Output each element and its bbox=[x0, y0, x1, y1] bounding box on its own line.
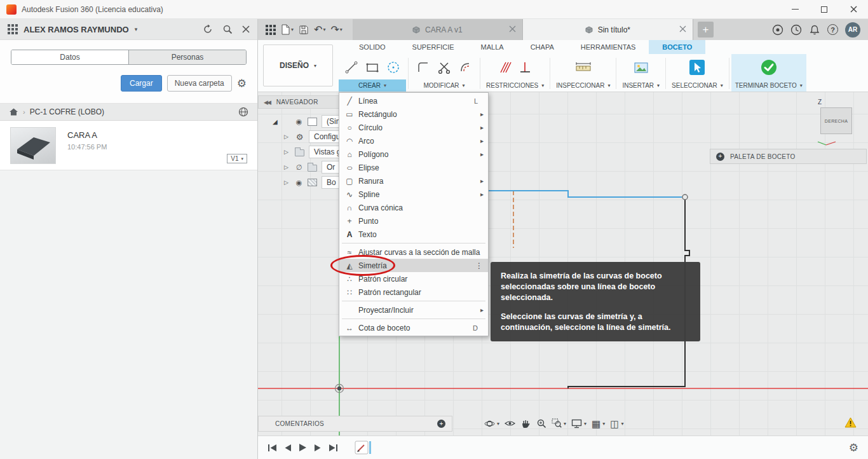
menu-item[interactable]: Polígono bbox=[339, 147, 488, 161]
visibility-eye-icon[interactable] bbox=[295, 118, 303, 126]
doc-tab-cara-a[interactable]: CARA A v1 bbox=[353, 19, 523, 40]
maximize-button[interactable] bbox=[810, 0, 839, 18]
menu-item[interactable]: Arco bbox=[339, 134, 488, 147]
file-thumbnail[interactable] bbox=[10, 127, 56, 164]
inspeccionar-dropdown[interactable]: INSPECCIONAR▾ bbox=[552, 79, 614, 92]
user-menu[interactable]: ALEX RAMOS RAYMUNDO bbox=[24, 25, 129, 34]
home-icon[interactable] bbox=[9, 107, 18, 116]
viewcube[interactable]: Z DERECHA bbox=[816, 99, 858, 147]
close-button[interactable] bbox=[839, 0, 868, 18]
expand-arrow-icon[interactable] bbox=[284, 179, 290, 186]
menu-item[interactable]: Elipse bbox=[339, 161, 488, 174]
new-tab-button[interactable]: + bbox=[698, 22, 714, 38]
menu-item[interactable]: Texto bbox=[339, 228, 488, 241]
viewports-icon[interactable]: ◫▾ bbox=[610, 419, 623, 428]
sketch-line-blue[interactable] bbox=[474, 191, 682, 197]
line-tool-icon[interactable] bbox=[344, 60, 359, 75]
globe-icon[interactable] bbox=[238, 107, 248, 117]
menu-item[interactable]: Curva cónica bbox=[339, 201, 488, 214]
plus-circle-icon[interactable]: + bbox=[716, 153, 724, 161]
redo-icon[interactable]: ↷▾ bbox=[328, 22, 344, 38]
menu-item[interactable]: Círculo bbox=[339, 121, 488, 134]
data-panel-tab[interactable]: Personas bbox=[128, 50, 246, 64]
menu-item[interactable]: Rectángulo bbox=[339, 107, 488, 121]
insert-image-icon[interactable] bbox=[633, 60, 649, 75]
new-folder-button[interactable]: Nueva carpeta bbox=[167, 75, 232, 92]
seleccionar-dropdown[interactable]: SELECCIONAR▾ bbox=[668, 79, 727, 92]
restricciones-dropdown[interactable]: RESTRICCIONES▾ bbox=[482, 79, 548, 92]
job-status-clock-icon[interactable] bbox=[790, 24, 802, 36]
menu-item[interactable]: Cota de boceto D bbox=[339, 321, 488, 334]
look-at-icon[interactable] bbox=[505, 419, 515, 428]
offset-tool-icon[interactable] bbox=[458, 60, 473, 75]
orbit-icon[interactable]: ▾ bbox=[484, 418, 499, 429]
close-panel-icon[interactable] bbox=[242, 25, 250, 33]
refresh-icon[interactable] bbox=[203, 24, 213, 34]
expand-arrow-icon[interactable] bbox=[284, 149, 290, 155]
undo-icon[interactable]: ↶▾ bbox=[311, 22, 328, 38]
timeline-sketch-marker-icon[interactable] bbox=[355, 440, 372, 455]
data-panel-tab[interactable]: Datos bbox=[11, 50, 128, 64]
skip-to-start-icon[interactable] bbox=[268, 444, 277, 452]
show-data-panel-icon[interactable] bbox=[263, 22, 278, 38]
circle-tool-icon[interactable] bbox=[386, 60, 401, 75]
extensions-icon[interactable] bbox=[772, 24, 783, 36]
notifications-bell-icon[interactable] bbox=[809, 24, 820, 36]
close-tab-icon[interactable] bbox=[509, 25, 516, 32]
app-switcher-icon[interactable] bbox=[8, 24, 18, 34]
terminar-boceto-dropdown[interactable]: TERMINAR BOCETO▾ bbox=[731, 79, 806, 92]
skip-to-end-icon[interactable] bbox=[329, 444, 338, 452]
ribbon-tab[interactable]: CHAPA bbox=[517, 40, 567, 54]
visibility-eye-icon[interactable] bbox=[295, 179, 303, 187]
workspace-selector[interactable]: DISEÑO ▾ bbox=[263, 45, 333, 86]
rectangle-tool-icon[interactable] bbox=[365, 60, 380, 75]
help-icon[interactable]: ? bbox=[827, 24, 838, 35]
constraint-perpendicular-icon[interactable] bbox=[518, 60, 532, 75]
visibility-eye-icon[interactable] bbox=[295, 163, 303, 172]
trim-scissors-icon[interactable] bbox=[437, 60, 452, 75]
ribbon-tab[interactable]: HERRAMIENTAS bbox=[567, 40, 649, 54]
origin-point[interactable] bbox=[337, 387, 341, 390]
version-dropdown[interactable]: V1 ▾ bbox=[227, 154, 247, 163]
doc-tab-sin-titulo[interactable]: Sin título* bbox=[523, 19, 693, 40]
grid-settings-icon[interactable]: ▦▾ bbox=[592, 419, 605, 428]
menu-item[interactable]: Ranura bbox=[339, 174, 488, 188]
constraint-hatch-icon[interactable] bbox=[498, 60, 512, 75]
expand-arrow-icon[interactable] bbox=[284, 164, 290, 170]
menu-item[interactable]: Spline bbox=[339, 188, 488, 201]
avatar[interactable]: AR bbox=[845, 22, 860, 38]
viewcube-face[interactable]: DERECHA bbox=[820, 107, 852, 134]
save-icon[interactable] bbox=[296, 22, 311, 38]
expand-arrow-icon[interactable] bbox=[284, 134, 290, 140]
finish-sketch-check-icon[interactable] bbox=[760, 58, 778, 76]
ribbon-tab[interactable]: MALLA bbox=[468, 40, 517, 54]
menu-item[interactable]: Ajustar curvas a la sección de malla bbox=[339, 245, 488, 259]
sketch-point[interactable] bbox=[682, 195, 688, 200]
gear-icon[interactable]: ⚙ bbox=[237, 78, 247, 89]
ribbon-tab[interactable]: SUPERFICIE bbox=[399, 40, 468, 54]
step-forward-icon[interactable] bbox=[314, 444, 322, 452]
display-settings-icon[interactable]: ▾ bbox=[571, 419, 587, 428]
menu-item[interactable]: Patrón circular bbox=[339, 272, 488, 285]
add-comment-icon[interactable]: + bbox=[437, 420, 445, 428]
collapse-panel-icon[interactable]: ◀◀ bbox=[264, 99, 270, 106]
crear-dropdown[interactable]: CREAR▾ bbox=[339, 79, 406, 92]
timeline-gear-icon[interactable]: ⚙ bbox=[849, 441, 858, 455]
file-list-item[interactable]: CARA A 10:47:56 PM V1 ▾ bbox=[0, 121, 257, 170]
menu-item[interactable]: Línea L bbox=[339, 94, 488, 107]
modificar-dropdown[interactable]: MODIFICAR▾ bbox=[410, 79, 478, 92]
upload-button[interactable]: Cargar bbox=[121, 75, 162, 92]
fillet-tool-icon[interactable] bbox=[416, 60, 431, 75]
menu-item[interactable]: Patrón rectangular bbox=[339, 285, 488, 299]
breadcrumb-folder[interactable]: PC-1 COFRE (LOBO) bbox=[30, 107, 104, 116]
select-cursor-icon[interactable] bbox=[689, 59, 705, 76]
insertar-dropdown[interactable]: INSERTAR▾ bbox=[618, 79, 663, 92]
measure-tool-icon[interactable] bbox=[574, 60, 592, 75]
menu-item[interactable]: Punto bbox=[339, 214, 488, 228]
sketch-palette-header[interactable]: + PALETA DE BOCETO bbox=[710, 149, 867, 164]
minimize-button[interactable] bbox=[780, 0, 810, 18]
file-menu-icon[interactable]: ▾ bbox=[278, 22, 296, 38]
zoom-icon[interactable] bbox=[536, 418, 546, 428]
ribbon-tab[interactable]: SOLIDO bbox=[346, 40, 399, 54]
play-icon[interactable] bbox=[299, 443, 307, 452]
